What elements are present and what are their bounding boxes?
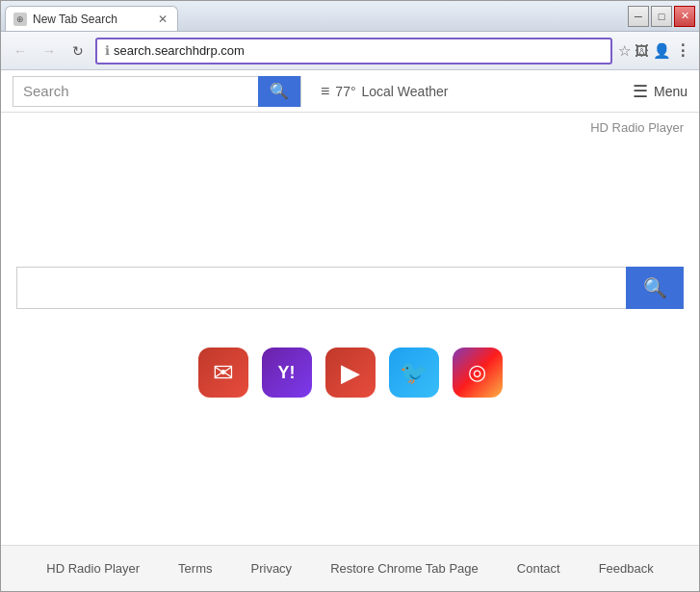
main-search-input[interactable] [16, 267, 626, 309]
footer-contact[interactable]: Contact [517, 561, 560, 576]
weather-section[interactable]: ≡ 77° Local Weather [321, 83, 449, 100]
twitter-icon[interactable]: 🐦 [389, 347, 439, 398]
extension-icon-1[interactable]: 🖼 [635, 42, 649, 59]
address-bar-row: ← → ↻ ℹ search.searchhdrp.com ☆ 🖼 👤 ⋮ [1, 32, 699, 70]
main-search-area: 🔍 [1, 267, 699, 309]
youtube-icon[interactable]: ▶ [325, 347, 376, 398]
footer-restore[interactable]: Restore Chrome Tab Page [330, 561, 479, 576]
extension-icon-2[interactable]: 👤 [653, 42, 671, 60]
tab-area: ⊕ New Tab Search ✕ [5, 1, 628, 31]
close-button[interactable]: ✕ [674, 6, 695, 27]
social-icons-row: ✉ Y! ▶ 🐦 ◎ [1, 347, 699, 398]
tab-title: New Tab Search [33, 13, 150, 26]
toolbar-search-wrapper: Search 🔍 [13, 76, 301, 107]
browser-tab[interactable]: ⊕ New Tab Search ✕ [5, 6, 178, 31]
tab-close-button[interactable]: ✕ [156, 13, 169, 26]
hd-radio-label: HD Radio Player [590, 120, 684, 135]
main-content: HD Radio Player 🔍 ✉ Y! ▶ 🐦 ◎ [1, 113, 699, 545]
main-search-button[interactable]: 🔍 [626, 267, 684, 309]
toolbar-search-placeholder: Search [13, 83, 258, 99]
footer: HD Radio Player Terms Privacy Restore Ch… [1, 545, 699, 591]
refresh-button[interactable]: ↻ [66, 39, 90, 63]
footer-hd-radio[interactable]: HD Radio Player [46, 561, 140, 576]
menu-label: Menu [654, 84, 687, 99]
tab-favicon: ⊕ [13, 13, 27, 26]
instagram-icon[interactable]: ◎ [453, 347, 503, 398]
address-info-icon: ℹ [105, 43, 110, 58]
minimize-button[interactable]: ─ [628, 6, 649, 27]
gmail-icon[interactable]: ✉ [198, 347, 248, 398]
footer-privacy[interactable]: Privacy [251, 561, 293, 576]
bookmark-icon[interactable]: ☆ [618, 42, 631, 60]
title-bar: ⊕ New Tab Search ✕ ─ □ ✕ [1, 1, 699, 32]
browser-window: ⊕ New Tab Search ✕ ─ □ ✕ ← → ↻ ℹ search.… [0, 0, 700, 592]
menu-section[interactable]: ☰ Menu [633, 83, 687, 100]
address-text: search.searchhdrp.com [114, 43, 603, 58]
back-button[interactable]: ← [9, 39, 32, 63]
footer-feedback[interactable]: Feedback [599, 561, 654, 576]
hamburger-icon: ☰ [633, 83, 648, 100]
browser-menu-button[interactable]: ⋮ [675, 41, 691, 60]
weather-label: Local Weather [362, 84, 449, 99]
window-controls: ─ □ ✕ [628, 6, 695, 27]
weather-lines-icon: ≡ [321, 83, 329, 100]
toolbar-search-button[interactable]: 🔍 [258, 76, 300, 107]
footer-terms[interactable]: Terms [178, 561, 212, 576]
maximize-button[interactable]: □ [651, 6, 672, 27]
weather-temp: 77° [335, 84, 355, 99]
address-actions: ☆ 🖼 👤 ⋮ [618, 41, 691, 60]
yahoo-icon[interactable]: Y! [262, 347, 312, 398]
address-box[interactable]: ℹ search.searchhdrp.com [95, 38, 612, 64]
toolbar-row: Search 🔍 ≡ 77° Local Weather ☰ Menu [1, 70, 699, 113]
forward-button[interactable]: → [38, 39, 61, 63]
